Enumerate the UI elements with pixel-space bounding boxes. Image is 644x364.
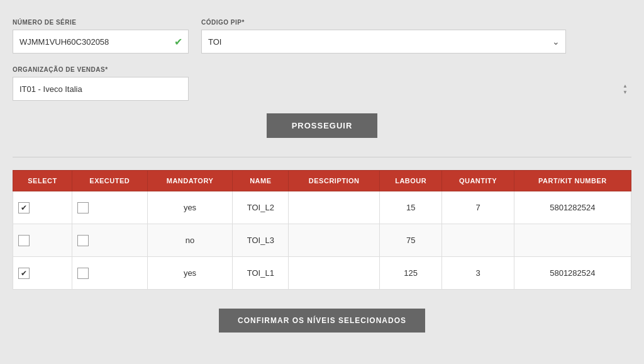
select-checkbox[interactable]: ✔ (18, 268, 30, 279)
part-kit-cell: 5801282524 (514, 191, 631, 224)
part-kit-cell (514, 224, 631, 257)
table-row: ✔yesTOI_L112535801282524 (13, 257, 631, 290)
name-cell: TOI_L2 (233, 191, 289, 224)
col-header-executed: EXECUTED (72, 171, 147, 191)
executed-cell[interactable] (72, 257, 147, 290)
mandatory-cell: no (147, 224, 233, 257)
col-header-quantity: QUANTITY (442, 171, 514, 191)
divider (13, 157, 631, 157)
org-stepper[interactable]: ▲ ▼ (623, 83, 628, 95)
select-cell[interactable]: ✔ (13, 257, 72, 290)
description-cell (289, 191, 380, 224)
up-arrow-icon: ▲ (623, 83, 628, 89)
prosseguir-button[interactable]: PROSSEGUIR (267, 113, 378, 138)
pip-label: CÓDIGO PIP* (201, 19, 566, 26)
col-header-description: DESCRIPTION (289, 171, 380, 191)
col-header-name: NAME (233, 171, 289, 191)
check-icon: ✔ (174, 36, 182, 48)
confirm-button[interactable]: CONFIRMAR OS NÍVEIS SELECIONADOS (219, 309, 425, 333)
select-checkbox[interactable] (18, 235, 30, 246)
select-checkbox[interactable]: ✔ (18, 202, 30, 213)
chevron-down-icon: ⌄ (552, 37, 560, 47)
executed-checkbox[interactable] (77, 268, 89, 279)
part-kit-cell: 5801282524 (514, 257, 631, 290)
select-cell[interactable] (13, 224, 72, 257)
executed-checkbox[interactable] (77, 202, 89, 213)
mandatory-cell: yes (147, 191, 233, 224)
col-header-labour: LABOUR (380, 171, 442, 191)
mandatory-cell: yes (147, 257, 233, 290)
quantity-cell: 7 (442, 191, 514, 224)
pip-input[interactable] (201, 30, 566, 54)
executed-cell[interactable] (72, 224, 147, 257)
quantity-cell (442, 224, 514, 257)
name-cell: TOI_L3 (233, 224, 289, 257)
col-header-select: SELECT (13, 171, 72, 191)
name-cell: TOI_L1 (233, 257, 289, 290)
col-header-mandatory: MANDATORY (147, 171, 233, 191)
description-cell (289, 224, 380, 257)
table-row: noTOI_L375 (13, 224, 631, 257)
executed-cell[interactable] (72, 191, 147, 224)
labour-cell: 15 (380, 191, 442, 224)
maintenance-table: SELECTEXECUTEDMANDATORYNAMEDESCRIPTIONLA… (13, 170, 631, 290)
org-input[interactable] (13, 77, 189, 101)
select-cell[interactable]: ✔ (13, 191, 72, 224)
executed-checkbox[interactable] (77, 235, 89, 246)
labour-cell: 125 (380, 257, 442, 290)
serial-label: NÚMERO DE SÉRIE (13, 19, 189, 26)
description-cell (289, 257, 380, 290)
quantity-cell: 3 (442, 257, 514, 290)
serial-input[interactable] (13, 30, 189, 54)
table-row: ✔yesTOI_L21575801282524 (13, 191, 631, 224)
labour-cell: 75 (380, 224, 442, 257)
col-header-part-kit-number: PART/KIT NUMBER (514, 171, 631, 191)
down-arrow-icon: ▼ (623, 89, 628, 95)
org-label: ORGANIZAÇÃO DE VENDAS* (13, 66, 631, 73)
